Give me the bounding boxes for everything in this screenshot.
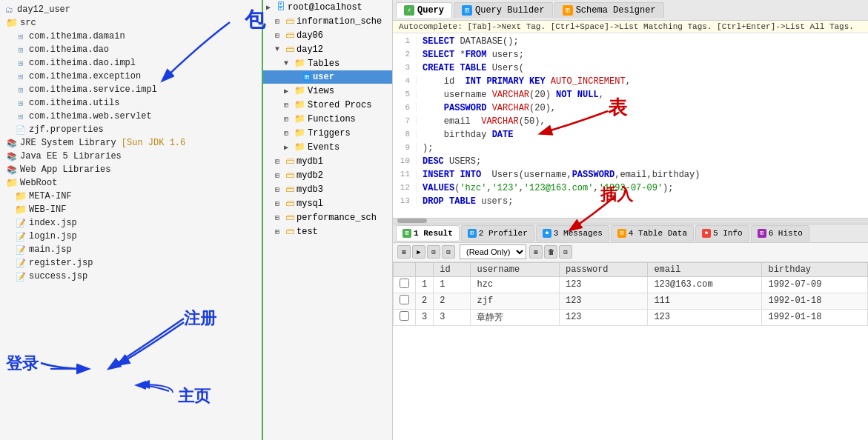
db-mydb2[interactable]: ⊞ 🗃 mydb2 xyxy=(263,168,392,182)
line-num-2: 2 xyxy=(393,50,417,59)
index-jsp[interactable]: 📝 index.jsp xyxy=(0,216,262,230)
scroll-thumb[interactable] xyxy=(397,219,427,223)
expand-icon: ⊞ xyxy=(275,31,284,40)
db-tables-folder[interactable]: ▼ 📁 Tables xyxy=(263,56,392,70)
db-storedprocs-folder[interactable]: ⊞ 📁 Stored Procs xyxy=(263,98,392,112)
package-exception[interactable]: ⊞ com.itheima.exception xyxy=(0,70,262,83)
main-jsp[interactable]: 📝 main.jsp xyxy=(0,243,262,256)
th-password[interactable]: password xyxy=(559,262,647,276)
checkbox-input[interactable] xyxy=(400,311,409,321)
history-tab-label: 6 Histo xyxy=(769,229,803,238)
tab-info[interactable]: ● 5 Info xyxy=(695,225,749,241)
tab-query-builder-label: Query Builder xyxy=(475,5,545,16)
package-icon: ⊞ xyxy=(15,97,27,109)
jre-library[interactable]: 📚 JRE System Library [Sun JDK 1.6 xyxy=(0,136,262,150)
toolbar-btn-5[interactable]: ⊞ xyxy=(529,245,543,259)
code-text-2: SELECT *FROM users; xyxy=(423,50,524,60)
package-web-servlet[interactable]: ⊞ com.itheima.web.servlet xyxy=(0,110,262,123)
src-folder[interactable]: 📁 src xyxy=(0,16,262,30)
db-functions-folder[interactable]: ⊞ 📁 Functions xyxy=(263,112,392,126)
th-birthday[interactable]: birthday xyxy=(762,262,868,276)
package-dao[interactable]: ⊞ com.itheima.dao xyxy=(0,43,262,56)
tab-profiler[interactable]: ⊞ 2 Profiler xyxy=(461,225,534,241)
db-views-folder[interactable]: ▶ 📁 Views xyxy=(263,84,392,98)
expand-icon: ⊞ xyxy=(284,115,293,124)
package-dao-impl[interactable]: ⊞ com.itheima.dao.impl xyxy=(0,56,262,70)
success-jsp[interactable]: 📝 success.jsp xyxy=(0,270,262,283)
javaee-library-label: Java EE 5 Libraries xyxy=(20,151,122,161)
expand-icon: ▼ xyxy=(284,59,293,67)
row1-checkbox[interactable] xyxy=(394,276,416,293)
package-service-impl[interactable]: ⊞ com.itheima.service.impl xyxy=(0,83,262,96)
db-user-table[interactable]: ⊞ user xyxy=(263,70,392,84)
tab-result[interactable]: ⊞ 1 Result xyxy=(396,225,460,241)
db-mydb1[interactable]: ⊞ 🗃 mydb1 xyxy=(263,154,392,168)
horizontal-scrollbar[interactable] xyxy=(393,218,868,224)
webapp-library[interactable]: 📚 Web App Libraries xyxy=(0,163,262,176)
row3-checkbox[interactable] xyxy=(394,309,416,325)
db-test-label: test xyxy=(296,227,318,237)
javaee-library[interactable]: 📚 Java EE 5 Libraries xyxy=(0,150,262,163)
tab-schema-designer[interactable]: ⊞ Schema Designer xyxy=(554,2,664,18)
login-jsp[interactable]: 📝 login.jsp xyxy=(0,230,262,243)
package-icon: ⊞ xyxy=(15,84,27,96)
db-mysql[interactable]: ⊞ 🗃 mysql xyxy=(263,196,392,210)
src-folder-label: src xyxy=(20,18,36,28)
package-utils[interactable]: ⊞ com.itheima.utils xyxy=(0,96,262,110)
code-editor[interactable]: 1 SELECT DATABASE(); 2 SELECT *FROM user… xyxy=(393,33,868,218)
table-row: 2 2 zjf 123 111 1992-01-18 xyxy=(394,293,868,309)
toolbar-btn-6[interactable]: 🗑 xyxy=(544,245,557,259)
register-jsp[interactable]: 📝 register.jsp xyxy=(0,256,262,270)
expand-icon: ⊞ xyxy=(275,227,284,236)
readonly-dropdown[interactable]: (Read Only) xyxy=(460,244,526,259)
toolbar-btn-2[interactable]: ▶ xyxy=(412,245,425,259)
tab-query[interactable]: ⚡ Query xyxy=(396,2,452,18)
row1-id: 1 xyxy=(434,276,471,293)
row2-email: 111 xyxy=(648,293,762,309)
expand-icon: ▼ xyxy=(275,45,284,53)
project-root[interactable]: 🗂 day12_user xyxy=(0,3,262,16)
db-day06[interactable]: ⊞ 🗃 day06 xyxy=(263,28,392,42)
db-triggers-folder[interactable]: ⊞ 📁 Triggers xyxy=(263,126,392,140)
db-info-schema[interactable]: ⊞ 🗃 information_sche xyxy=(263,14,392,28)
success-jsp-icon: 📝 xyxy=(15,270,27,282)
toolbar-btn-3[interactable]: ⊡ xyxy=(427,245,440,259)
webroot-folder[interactable]: 📁 WebRoot xyxy=(0,176,262,190)
package-damain[interactable]: ⊞ com.itheima.damain xyxy=(0,30,262,43)
th-username[interactable]: username xyxy=(471,262,559,276)
db-root[interactable]: ▶ 🗄 root@localhost xyxy=(263,0,392,14)
db-events-folder[interactable]: ▶ 📁 Events xyxy=(263,140,392,154)
web-inf-label: WEB-INF xyxy=(29,204,66,215)
checkbox-input[interactable] xyxy=(400,279,409,288)
tab-messages[interactable]: ● 3 Messages xyxy=(536,225,609,241)
db-performance-sch[interactable]: ⊞ 🗃 performance_sch xyxy=(263,210,392,224)
meta-inf-folder[interactable]: 📁 META-INF xyxy=(0,190,262,203)
db-mydb3[interactable]: ⊞ 🗃 mydb3 xyxy=(263,182,392,196)
web-inf-folder[interactable]: 📁 WEB-INF xyxy=(0,203,262,216)
db-day12[interactable]: ▼ 🗃 day12 xyxy=(263,42,392,56)
toolbar-btn-7[interactable]: ⊡ xyxy=(559,245,572,259)
query-builder-tab-icon: ⊞ xyxy=(462,5,472,16)
table-icon: ⊞ xyxy=(303,73,311,81)
line-num-7: 7 xyxy=(393,116,417,125)
result-tab-icon: ⊞ xyxy=(402,229,411,238)
toolbar-btn-4[interactable]: ⊡ xyxy=(442,245,455,259)
tab-history[interactable]: ⊞ 6 Histo xyxy=(751,225,809,241)
code-text-13: DROP TABLE users; xyxy=(423,196,513,207)
checkbox-input[interactable] xyxy=(400,295,409,304)
code-line-1: 1 SELECT DATABASE(); xyxy=(393,36,868,50)
tab-table-data[interactable]: ⊞ 4 Table Data xyxy=(611,225,694,241)
th-id[interactable]: id xyxy=(434,262,471,276)
editor-tab-bar: ⚡ Query ⊞ Query Builder ⊞ Schema Designe… xyxy=(393,0,868,21)
file-properties[interactable]: 📄 zjf.properties xyxy=(0,123,262,136)
db-test[interactable]: ⊞ 🗃 test xyxy=(263,224,392,239)
line-num-11: 11 xyxy=(393,170,417,179)
row2-checkbox[interactable] xyxy=(394,293,416,309)
db-folder-icon: 🗃 xyxy=(285,226,294,237)
row3-id: 3 xyxy=(434,309,471,325)
toolbar-btn-1[interactable]: ⊞ xyxy=(397,245,411,259)
tab-query-builder[interactable]: ⊞ Query Builder xyxy=(454,2,553,18)
th-email[interactable]: email xyxy=(648,262,762,276)
main-container: 🗂 day12_user 📁 src ⊞ com.itheima.damain … xyxy=(0,0,868,440)
db-mysql-label: mysql xyxy=(296,199,323,209)
